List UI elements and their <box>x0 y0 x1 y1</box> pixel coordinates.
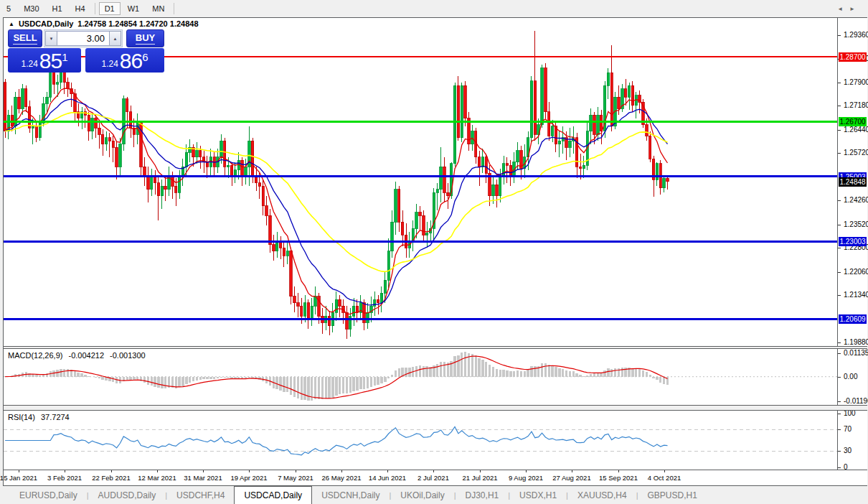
volume-decrease-icon[interactable]: ▼ <box>45 31 57 46</box>
candle-body <box>245 167 247 177</box>
macd-histogram-bar <box>359 377 362 389</box>
date-tick-mark <box>203 470 204 472</box>
candle-body <box>56 83 58 84</box>
scale-tick-mark <box>838 451 841 452</box>
macd-histogram-bar <box>509 371 511 377</box>
macd-histogram-bar <box>217 377 219 379</box>
candle-body <box>628 85 630 97</box>
buy-button[interactable]: BUY <box>126 29 164 47</box>
date-label: 2 Jul 2021 <box>418 474 449 482</box>
timeframe-button-h4[interactable]: H4 <box>70 2 91 15</box>
candle-body <box>18 97 20 108</box>
tab-usdchf-h4[interactable]: USDCHF,H4 <box>167 486 234 504</box>
date-label: 19 Apr 2021 <box>230 474 267 482</box>
tab-usdx-h1[interactable]: USDX,H1 <box>510 486 566 504</box>
candle-body <box>241 160 243 177</box>
tab-dj30-h1[interactable]: DJ30,H1 <box>456 486 509 504</box>
tab-gbpusd-h1[interactable]: GBPUSD,H1 <box>638 486 707 504</box>
date-label: 9 Aug 2021 <box>509 474 543 482</box>
macd-histogram-bar <box>286 377 288 393</box>
timeframe-button-5[interactable]: 5 <box>1 2 16 15</box>
candle-body <box>115 147 118 167</box>
panel-splitter[interactable] <box>4 405 867 411</box>
candle-body <box>178 177 180 193</box>
tab-ukoil-daily[interactable]: UKOil,Daily <box>391 486 453 504</box>
macd-histogram-bar <box>349 377 352 393</box>
macd-histogram-bar <box>646 372 648 376</box>
candle-body <box>119 144 121 167</box>
buy-price-display[interactable]: 1.24 86 6 <box>85 48 164 73</box>
candle-body <box>303 303 306 316</box>
macd-histogram-bar <box>248 377 250 378</box>
macd-histogram-bar <box>380 377 382 383</box>
date-tick-mark <box>387 470 388 472</box>
macd-histogram-bar <box>91 377 93 378</box>
macd-histogram-bar <box>63 369 65 377</box>
date-tick-mark <box>341 470 342 472</box>
candle-body <box>499 177 501 196</box>
candle-body <box>380 293 382 303</box>
timeframe-toolbar: 5M30H1H4D1W1MN <box>0 0 868 17</box>
candle-body <box>492 185 494 196</box>
tabs-scroll-right-icon[interactable]: ► <box>849 6 855 12</box>
macd-histogram-bar <box>185 377 187 384</box>
timeframe-button-w1[interactable]: W1 <box>122 2 146 15</box>
date-label: 15 Sep 2021 <box>599 474 638 482</box>
price-tick-label: 1.27180 <box>844 101 868 109</box>
macd-histogram-bar <box>496 369 498 377</box>
macd-histogram-bar <box>489 365 491 376</box>
candle-body <box>502 164 504 177</box>
macd-label: MACD(12,26,9) -0.004212 -0.001300 <box>8 351 149 360</box>
candle-body <box>307 303 309 319</box>
candle-body <box>387 251 390 281</box>
panel-splitter[interactable] <box>4 346 867 349</box>
candle-body <box>311 306 313 319</box>
macd-histogram-bar <box>457 355 459 377</box>
macd-histogram-bar <box>603 370 605 377</box>
macd-histogram-bar <box>67 369 69 377</box>
sell-button[interactable]: SELL <box>8 29 42 47</box>
scale-tick-mark <box>838 414 841 414</box>
macd-histogram-bar <box>558 368 560 377</box>
tab-eurusd-daily[interactable]: EURUSD,Daily <box>10 486 87 504</box>
macd-histogram-bar <box>642 370 644 377</box>
macd-histogram-bar <box>356 377 358 391</box>
level-price-badge: 1.20609 <box>839 314 867 324</box>
tab-usdcad-daily[interactable]: USDCAD,Daily <box>234 486 312 504</box>
timeframe-button-mn[interactable]: MN <box>146 2 170 15</box>
trading-terminal: 5M30H1H4D1W1MN 1.293601.286401.279001.27… <box>0 0 868 504</box>
tabs-scroll-left-icon[interactable]: ◄ <box>837 6 843 12</box>
date-tick-mark <box>111 470 112 472</box>
date-label: 14 Jun 2021 <box>369 474 406 482</box>
tab-audusd-daily[interactable]: AUDUSD,Daily <box>89 486 166 504</box>
symbol-collapse-icon[interactable]: ▲ <box>9 21 14 27</box>
tab-usdcnh-daily[interactable]: USDCNH,Daily <box>312 486 389 504</box>
time-axis[interactable]: 15 Jan 20213 Feb 202122 Feb 202112 Mar 2… <box>4 470 867 485</box>
tab-xauusd-h4[interactable]: XAUUSD,H4 <box>568 486 636 504</box>
price-scale[interactable]: 1.293601.286401.279001.271801.264401.257… <box>838 18 867 470</box>
price-tick-label: 1.26440 <box>844 126 868 134</box>
macd-histogram-bar <box>544 363 547 377</box>
timeframe-button-d1[interactable]: D1 <box>99 2 121 15</box>
macd-tick-label: 0.00 <box>844 373 857 381</box>
scale-tick-mark <box>838 83 841 83</box>
candle-body <box>530 81 532 138</box>
timeframe-button-m30[interactable]: M30 <box>18 2 44 15</box>
volume-increase-icon[interactable]: ▲ <box>109 31 121 46</box>
macd-histogram-bar <box>461 353 463 377</box>
toolbar-separator <box>174 3 174 14</box>
timeframe-button-h1[interactable]: H1 <box>47 2 68 15</box>
candle-body <box>569 141 571 147</box>
candle-body <box>534 81 536 134</box>
date-tick-mark <box>572 470 572 472</box>
candle-body <box>398 190 400 222</box>
candle-body <box>35 126 37 138</box>
macd-histogram-bar <box>39 375 41 377</box>
macd-histogram-bar <box>35 375 37 376</box>
candle-body <box>516 151 519 162</box>
macd-histogram-bar <box>325 377 327 399</box>
volume-input[interactable] <box>57 31 109 46</box>
rsi-indicator-canvas[interactable] <box>4 411 837 470</box>
candle-body <box>548 112 550 136</box>
sell-price-display[interactable]: 1.24 85 1 <box>8 48 81 73</box>
